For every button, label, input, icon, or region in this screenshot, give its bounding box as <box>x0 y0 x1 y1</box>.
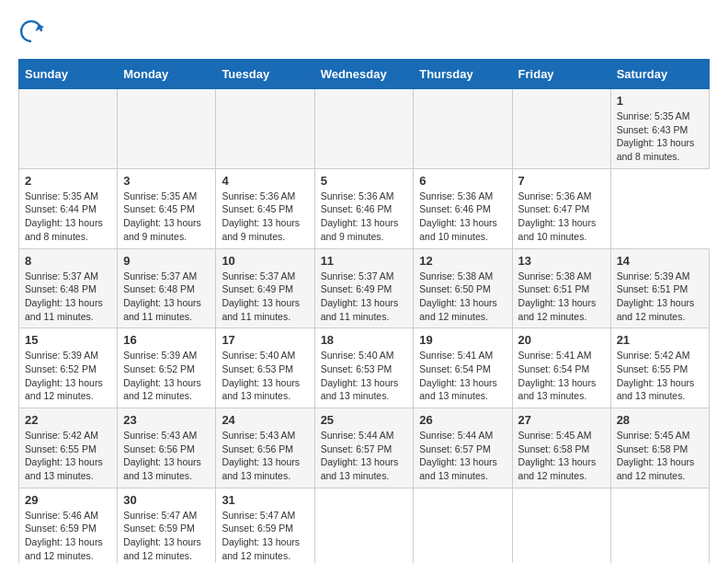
day-info: Sunrise: 5:37 AMSunset: 6:48 PMDaylight:… <box>123 270 201 322</box>
day-info: Sunrise: 5:36 AMSunset: 6:45 PMDaylight:… <box>222 190 300 242</box>
calendar-day-cell: 11 Sunrise: 5:37 AMSunset: 6:49 PMDaylig… <box>314 248 414 328</box>
calendar-day-cell: 16 Sunrise: 5:39 AMSunset: 6:52 PMDaylig… <box>118 328 216 408</box>
calendar-day-cell: 22 Sunrise: 5:42 AMSunset: 6:55 PMDaylig… <box>19 408 118 488</box>
day-number: 29 <box>25 493 111 507</box>
day-info: Sunrise: 5:42 AMSunset: 6:55 PMDaylight:… <box>25 430 103 481</box>
calendar-day-cell: 15 Sunrise: 5:39 AMSunset: 6:52 PMDaylig… <box>19 328 118 408</box>
calendar-week-row: 29 Sunrise: 5:46 AMSunset: 6:59 PMDaylig… <box>19 488 710 563</box>
calendar-day-cell: 12 Sunrise: 5:38 AMSunset: 6:50 PMDaylig… <box>414 248 512 328</box>
day-info: Sunrise: 5:38 AMSunset: 6:50 PMDaylight:… <box>419 270 497 322</box>
calendar-day-cell: 30 Sunrise: 5:47 AMSunset: 6:59 PMDaylig… <box>118 488 216 563</box>
day-number: 21 <box>617 333 703 347</box>
calendar-day-cell: 21 Sunrise: 5:42 AMSunset: 6:55 PMDaylig… <box>610 328 709 408</box>
day-number: 1 <box>617 94 703 108</box>
day-number: 10 <box>222 254 308 268</box>
day-info: Sunrise: 5:42 AMSunset: 6:55 PMDaylight:… <box>617 350 695 401</box>
calendar-day-cell: 10 Sunrise: 5:37 AMSunset: 6:49 PMDaylig… <box>216 248 314 328</box>
day-number: 30 <box>123 493 210 507</box>
calendar-day-cell: 6 Sunrise: 5:36 AMSunset: 6:46 PMDayligh… <box>414 168 512 248</box>
calendar-day-cell <box>512 89 610 169</box>
svg-marker-0 <box>36 24 44 31</box>
calendar-day-cell: 2 Sunrise: 5:35 AMSunset: 6:44 PMDayligh… <box>19 168 118 248</box>
day-info: Sunrise: 5:47 AMSunset: 6:59 PMDaylight:… <box>222 510 300 561</box>
day-info: Sunrise: 5:43 AMSunset: 6:56 PMDaylight:… <box>222 430 300 481</box>
weekday-header: Thursday <box>414 60 512 89</box>
calendar-day-cell: 8 Sunrise: 5:37 AMSunset: 6:48 PMDayligh… <box>19 248 118 328</box>
weekday-header: Tuesday <box>216 60 314 89</box>
day-info: Sunrise: 5:36 AMSunset: 6:46 PMDaylight:… <box>419 190 497 242</box>
calendar-day-cell: 1 Sunrise: 5:35 AMSunset: 6:43 PMDayligh… <box>610 89 709 169</box>
day-number: 18 <box>321 333 408 347</box>
day-number: 26 <box>419 413 506 427</box>
day-number: 5 <box>321 174 408 188</box>
day-number: 14 <box>617 254 703 268</box>
day-info: Sunrise: 5:39 AMSunset: 6:52 PMDaylight:… <box>123 350 201 401</box>
calendar-day-cell: 4 Sunrise: 5:36 AMSunset: 6:45 PMDayligh… <box>216 168 314 248</box>
calendar-day-cell <box>610 488 709 563</box>
calendar-day-cell: 29 Sunrise: 5:46 AMSunset: 6:59 PMDaylig… <box>19 488 118 563</box>
day-number: 4 <box>222 174 308 188</box>
calendar-day-cell: 5 Sunrise: 5:36 AMSunset: 6:46 PMDayligh… <box>314 168 414 248</box>
calendar-week-row: 22 Sunrise: 5:42 AMSunset: 6:55 PMDaylig… <box>19 408 710 488</box>
calendar-header-row: SundayMondayTuesdayWednesdayThursdayFrid… <box>19 60 710 89</box>
day-number: 16 <box>123 333 210 347</box>
calendar-day-cell: 25 Sunrise: 5:44 AMSunset: 6:57 PMDaylig… <box>314 408 414 488</box>
day-number: 15 <box>25 333 111 347</box>
day-number: 2 <box>25 174 111 188</box>
day-info: Sunrise: 5:39 AMSunset: 6:51 PMDaylight:… <box>617 270 695 322</box>
calendar-week-row: 2 Sunrise: 5:35 AMSunset: 6:44 PMDayligh… <box>19 168 710 248</box>
weekday-header: Saturday <box>610 60 709 89</box>
day-info: Sunrise: 5:41 AMSunset: 6:54 PMDaylight:… <box>419 350 497 401</box>
day-info: Sunrise: 5:45 AMSunset: 6:58 PMDaylight:… <box>518 430 597 481</box>
calendar-day-cell <box>19 89 118 169</box>
calendar-day-cell <box>512 488 610 563</box>
calendar-day-cell <box>414 488 512 563</box>
day-number: 22 <box>25 413 111 427</box>
day-info: Sunrise: 5:46 AMSunset: 6:59 PMDaylight:… <box>25 510 103 561</box>
calendar-day-cell: 9 Sunrise: 5:37 AMSunset: 6:48 PMDayligh… <box>118 248 216 328</box>
day-info: Sunrise: 5:44 AMSunset: 6:57 PMDaylight:… <box>419 430 497 481</box>
day-info: Sunrise: 5:47 AMSunset: 6:59 PMDaylight:… <box>123 510 201 561</box>
logo-icon <box>18 18 44 44</box>
weekday-header: Wednesday <box>314 60 414 89</box>
calendar-day-cell <box>216 89 314 169</box>
calendar-day-cell <box>314 89 414 169</box>
calendar-day-cell: 31 Sunrise: 5:47 AMSunset: 6:59 PMDaylig… <box>216 488 314 563</box>
day-number: 24 <box>222 413 308 427</box>
day-info: Sunrise: 5:36 AMSunset: 6:47 PMDaylight:… <box>518 190 597 242</box>
calendar-day-cell: 24 Sunrise: 5:43 AMSunset: 6:56 PMDaylig… <box>216 408 314 488</box>
day-info: Sunrise: 5:37 AMSunset: 6:49 PMDaylight:… <box>321 270 399 322</box>
day-info: Sunrise: 5:43 AMSunset: 6:56 PMDaylight:… <box>123 430 201 481</box>
day-number: 11 <box>321 254 408 268</box>
day-number: 27 <box>518 413 605 427</box>
day-number: 6 <box>419 174 506 188</box>
weekday-header: Monday <box>118 60 216 89</box>
calendar-day-cell: 14 Sunrise: 5:39 AMSunset: 6:51 PMDaylig… <box>610 248 709 328</box>
day-info: Sunrise: 5:35 AMSunset: 6:44 PMDaylight:… <box>25 190 103 242</box>
day-info: Sunrise: 5:37 AMSunset: 6:48 PMDaylight:… <box>25 270 103 322</box>
page-header <box>18 18 710 44</box>
calendar-week-row: 1 Sunrise: 5:35 AMSunset: 6:43 PMDayligh… <box>19 89 710 169</box>
weekday-header: Sunday <box>19 60 118 89</box>
day-number: 12 <box>419 254 506 268</box>
day-info: Sunrise: 5:35 AMSunset: 6:45 PMDaylight:… <box>123 190 201 242</box>
calendar-day-cell: 18 Sunrise: 5:40 AMSunset: 6:53 PMDaylig… <box>314 328 414 408</box>
calendar-day-cell: 23 Sunrise: 5:43 AMSunset: 6:56 PMDaylig… <box>118 408 216 488</box>
day-number: 23 <box>123 413 210 427</box>
day-number: 13 <box>518 254 605 268</box>
day-info: Sunrise: 5:37 AMSunset: 6:49 PMDaylight:… <box>222 270 300 322</box>
calendar-day-cell: 20 Sunrise: 5:41 AMSunset: 6:54 PMDaylig… <box>512 328 610 408</box>
calendar-day-cell <box>314 488 414 563</box>
day-number: 19 <box>419 333 506 347</box>
day-number: 3 <box>123 174 210 188</box>
calendar-day-cell: 17 Sunrise: 5:40 AMSunset: 6:53 PMDaylig… <box>216 328 314 408</box>
day-info: Sunrise: 5:44 AMSunset: 6:57 PMDaylight:… <box>321 430 399 481</box>
calendar-table: SundayMondayTuesdayWednesdayThursdayFrid… <box>18 59 710 563</box>
day-info: Sunrise: 5:35 AMSunset: 6:43 PMDaylight:… <box>617 110 695 162</box>
day-number: 17 <box>222 333 308 347</box>
calendar-day-cell: 28 Sunrise: 5:45 AMSunset: 6:58 PMDaylig… <box>610 408 709 488</box>
calendar-day-cell: 13 Sunrise: 5:38 AMSunset: 6:51 PMDaylig… <box>512 248 610 328</box>
day-info: Sunrise: 5:39 AMSunset: 6:52 PMDaylight:… <box>25 350 103 401</box>
day-number: 9 <box>123 254 210 268</box>
calendar-day-cell: 26 Sunrise: 5:44 AMSunset: 6:57 PMDaylig… <box>414 408 512 488</box>
